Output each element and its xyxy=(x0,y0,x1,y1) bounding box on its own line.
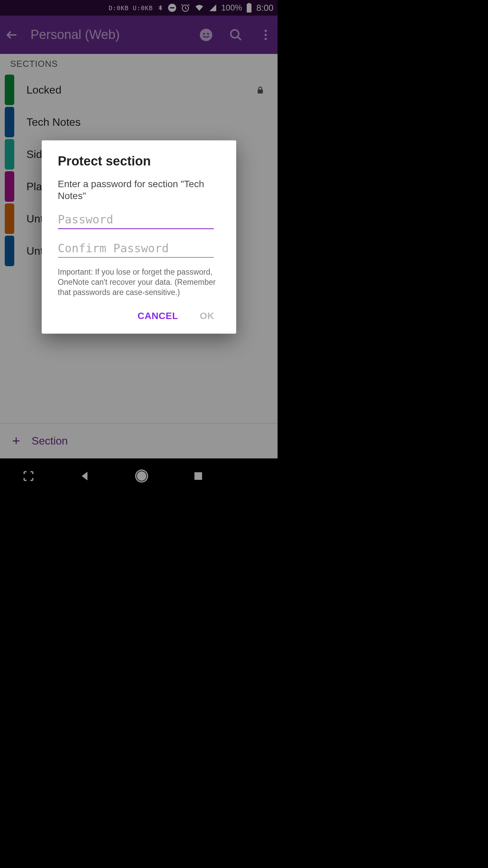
dialog-title: Protect section xyxy=(58,154,220,169)
password-input[interactable] xyxy=(58,210,214,229)
dialog-message: Enter a password for section "Tech Notes… xyxy=(58,178,220,202)
protect-section-dialog: Protect section Enter a password for sec… xyxy=(42,140,236,334)
ok-button[interactable]: OK xyxy=(197,307,217,326)
confirm-password-input[interactable] xyxy=(58,239,214,258)
dialog-actions: CANCEL OK xyxy=(58,307,220,326)
cancel-button[interactable]: CANCEL xyxy=(135,307,181,326)
dialog-note: Important: If you lose or forget the pas… xyxy=(58,267,220,298)
screen: D:0KB U:0KB 100% 8:00 Personal (Web) xyxy=(0,0,278,494)
